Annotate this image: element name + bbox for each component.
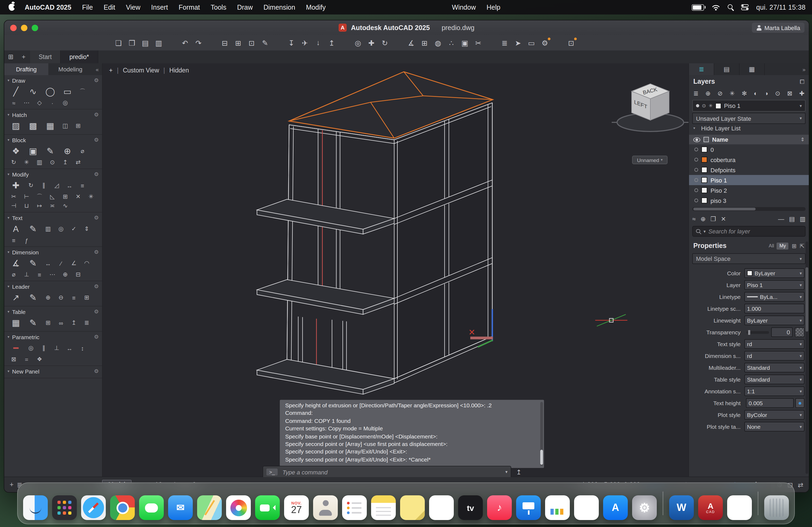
icon-justify[interactable]: ≡ (9, 236, 19, 244)
close-button[interactable] (10, 25, 17, 31)
section-header-new-panel[interactable]: ▾New Panel⚙ (8, 366, 99, 376)
layers-tab-icon[interactable]: ≣ (689, 63, 714, 75)
section-header-dimension[interactable]: ▾Dimension⚙ (8, 247, 99, 257)
chevron-down-icon[interactable]: ▾ (800, 318, 802, 323)
hatch-icon[interactable]: ▨ (9, 120, 23, 132)
layer-swatch[interactable] (701, 157, 707, 163)
layer-row-piso-1[interactable]: Piso 1 (689, 175, 809, 185)
palettes-icon[interactable]: ∴ (445, 37, 458, 48)
icon-polygon[interactable]: ◇ (34, 99, 45, 107)
geometric-constraint-icon[interactable]: ━ (9, 342, 23, 354)
share-command-icon[interactable]: ↥ (514, 468, 524, 476)
import-icon[interactable]: ↓ (311, 37, 325, 48)
viewport-view-control[interactable]: Custom View (123, 67, 159, 74)
attach-block-icon[interactable]: ⊕ (60, 145, 75, 157)
dock-freeform-icon[interactable]: ≈ (429, 495, 454, 520)
unlock-layer-icon[interactable]: ◑ (765, 90, 768, 96)
dock-photos-icon[interactable] (226, 495, 251, 520)
icon-manage[interactable]: ▥ (34, 158, 45, 166)
user-account-chip[interactable]: Marta Labella (752, 22, 804, 33)
prop-field[interactable]: ByColor▾ (744, 410, 804, 420)
plot-edit-icon[interactable]: ✎ (258, 37, 272, 48)
save-icon[interactable]: ▤ (139, 37, 152, 48)
views-tab-icon[interactable]: ▦ (740, 63, 765, 75)
text-height-button[interactable] (795, 398, 804, 408)
icon-linear-dim[interactable]: ↔ (43, 259, 53, 267)
spotlight-icon[interactable] (728, 4, 734, 10)
layer-status-icon[interactable] (694, 199, 698, 202)
minimize-button[interactable] (21, 25, 27, 31)
dock-contacts-icon[interactable] (313, 495, 338, 520)
tab-overview-icon[interactable]: ⊞ (4, 50, 17, 63)
menu-format[interactable]: Format (173, 3, 205, 11)
transparency-value[interactable]: 0 (771, 327, 793, 337)
icon-spline[interactable]: ≈ (9, 99, 19, 107)
layer-on-off-icon[interactable]: ✳ (729, 90, 735, 97)
chevron-down-icon[interactable]: ▾ (800, 365, 802, 370)
icon-donut[interactable]: ◎ (60, 99, 70, 107)
icon-write-block[interactable]: ↥ (60, 158, 70, 166)
workspace-icon[interactable]: ⚙ (538, 37, 552, 48)
layer-color-swatch[interactable] (715, 103, 721, 109)
visibility-eye-icon[interactable] (693, 137, 700, 142)
icon-baseline-dim[interactable]: ≡ (34, 270, 45, 278)
icon-base-point[interactable]: ⊙ (47, 158, 57, 166)
prop-field[interactable]: Piso 1▾ (744, 280, 804, 290)
hide-layer-list-toggle[interactable]: ▾ Hide Layer List (693, 125, 741, 132)
wifi-icon[interactable] (712, 4, 720, 11)
icon-chamfer[interactable]: ◺ (47, 193, 57, 201)
sun-icon[interactable]: ✳ (709, 103, 713, 108)
menu-dimension[interactable]: Dimension (258, 3, 301, 11)
pan-icon[interactable]: ✚ (365, 37, 378, 48)
chevron-down-icon[interactable]: ▾ (800, 389, 802, 394)
edit-dimension-icon[interactable]: ✎ (26, 257, 40, 269)
match-layer-icon[interactable]: ⊙ (775, 90, 780, 97)
chevron-down-icon[interactable]: ▾ (800, 103, 802, 108)
prop-field[interactable]: 1.000 (744, 304, 804, 313)
etransmit-icon[interactable]: ✈ (298, 37, 311, 48)
icon-perpendicular[interactable]: ⊥ (52, 344, 62, 352)
section-header-hatch[interactable]: ▾Hatch⚙ (8, 110, 99, 119)
prop-field[interactable]: ByLa...▾ (744, 292, 804, 302)
gear-icon[interactable]: ⚙ (94, 283, 99, 289)
zoom-icon[interactable]: ◎ (351, 37, 365, 48)
icon-dim-break[interactable]: ⊟ (73, 270, 83, 278)
icon-data-link[interactable]: ∞ (56, 319, 66, 327)
gear-icon[interactable]: ⚙ (94, 368, 99, 374)
icon-angular-dim[interactable]: ∠ (69, 259, 79, 267)
layer-swatch[interactable] (701, 177, 707, 183)
collapse-icon[interactable]: — (778, 216, 784, 222)
delete-filter-icon[interactable]: ✕ (721, 215, 726, 223)
export-icon[interactable]: ↥ (325, 37, 338, 48)
section-header-draw[interactable]: ▾Draw⚙ (8, 76, 99, 85)
command-line[interactable]: >_ ▾ (263, 466, 511, 477)
tab-modeling[interactable]: Modeling (48, 63, 92, 75)
prop-field[interactable]: Standard▾ (744, 363, 804, 373)
orbit-icon[interactable]: ↻ (378, 37, 392, 48)
plot-preview-icon[interactable]: ⊞ (231, 37, 245, 48)
icon-horizontal[interactable]: ↔ (64, 344, 75, 352)
chevron-down-icon[interactable]: ▾ (704, 229, 706, 234)
icon-continue-dim[interactable]: ⋯ (47, 270, 57, 278)
open-filter-icon[interactable]: ❒ (710, 215, 716, 223)
chevron-down-icon[interactable]: ▾ (800, 424, 802, 429)
chevron-down-icon[interactable]: ▾ (800, 412, 802, 417)
space-selector[interactable]: Model Space ▾ (692, 253, 806, 264)
gear-icon[interactable]: ⚙ (94, 308, 99, 315)
icon-polyline-edit[interactable]: ∿ (60, 202, 70, 210)
system-monitor-icon[interactable]: ▭ (525, 37, 538, 48)
history-scrollbar-thumb[interactable] (540, 450, 543, 465)
section-header-modify[interactable]: ▾Modify⚙ (8, 169, 99, 179)
layer-status-icon[interactable] (694, 158, 698, 162)
menubar-clock[interactable]: qui. 27/11 15:38 (756, 3, 806, 11)
layer-status-icon[interactable] (694, 189, 698, 192)
dock-safari-icon[interactable] (81, 495, 106, 520)
dock-reminders-icon[interactable] (342, 495, 367, 520)
create-block-icon[interactable]: ❖ (9, 145, 23, 157)
transparency-pattern-button[interactable] (795, 327, 804, 337)
move-icon[interactable]: ✚ (9, 179, 23, 192)
icon-offset[interactable]: ≡ (77, 181, 88, 190)
gear-icon[interactable]: ⚙ (94, 215, 99, 221)
current-layer-field[interactable]: ⊙ ✳ Piso 1 ▾ (692, 100, 806, 111)
prop-field[interactable]: Standard▾ (744, 375, 804, 384)
